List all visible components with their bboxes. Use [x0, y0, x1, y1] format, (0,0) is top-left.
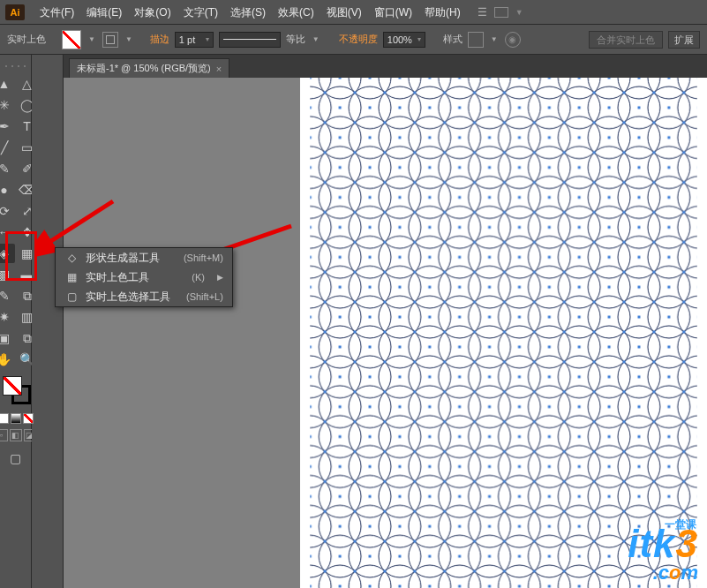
- stroke-weight-value: 1 pt: [179, 34, 195, 45]
- opacity-value: 100%: [387, 34, 412, 45]
- dropdown-caret-icon: ▼: [515, 8, 523, 17]
- svg-rect-10: [310, 78, 696, 588]
- wm-text: m: [681, 562, 698, 584]
- artboard-tool[interactable]: ▣: [0, 328, 15, 348]
- flyout-item-shortcut: (Shift+L): [186, 291, 223, 302]
- app-badge: Ai: [5, 4, 25, 20]
- artwork-pattern: [300, 78, 707, 588]
- flyout-item-shape-builder[interactable]: ◇ 形状生成器工具 (Shift+M): [56, 248, 232, 268]
- caret-icon[interactable]: ▼: [489, 35, 500, 43]
- arrange-windows-icon[interactable]: [494, 7, 508, 18]
- workspace-switch-icon[interactable]: [478, 6, 487, 19]
- menu-bar: Ai 文件(F) 编辑(E) 对象(O) 文字(T) 选择(S) 效果(C) 视…: [0, 0, 707, 25]
- color-mode-gradient[interactable]: [11, 413, 21, 424]
- document-tab[interactable]: 未标题-1* @ 150% (RGB/预览) ×: [69, 58, 229, 78]
- live-paint-selection-icon: ▢: [64, 290, 79, 303]
- flyout-item-label: 实时上色选择工具: [86, 290, 170, 305]
- watermark-zh: 一堂课: [665, 519, 696, 530]
- document-tab-bar: 未标题-1* @ 150% (RGB/预览) ×: [64, 55, 707, 78]
- color-mode-row: [0, 413, 34, 424]
- pen-tool[interactable]: ✒: [0, 117, 15, 136]
- tool-flyout-menu: ◇ 形状生成器工具 (Shift+M) ▦ 实时上色工具 (K) ▶ ▢ 实时上…: [55, 247, 233, 307]
- magic-wand-tool[interactable]: ✳: [0, 95, 15, 115]
- close-icon[interactable]: ×: [216, 64, 222, 74]
- menu-edit[interactable]: 编辑(E): [80, 0, 128, 25]
- menu-extras: ▼: [478, 6, 523, 19]
- current-tool-label: 实时上色: [7, 33, 46, 46]
- color-mode-none[interactable]: [23, 413, 34, 424]
- options-bar: 实时上色 ▼ ▼ 描边 1 pt▾ 等比 ▼ 不透明度 100%▾ 样式 ▼ ◉…: [0, 25, 707, 55]
- flyout-item-label: 形状生成器工具: [86, 251, 168, 266]
- graphic-style-picker[interactable]: [468, 32, 484, 48]
- tools-panel: ▲△ ✳◯ ✒T ╱▭ ✎✐ ●⌫ ⟳⤢ ↔✥ ◈▦ ▩▬ ✎⧉ ✷▥ ▣⧉ ✋…: [0, 55, 32, 588]
- opacity-label: 不透明度: [339, 33, 378, 46]
- draw-normal-button[interactable]: ▫: [0, 429, 8, 441]
- panel-grip-icon[interactable]: [4, 65, 28, 72]
- caret-icon[interactable]: ▼: [86, 35, 97, 43]
- menu-view[interactable]: 视图(V): [320, 0, 368, 25]
- stroke-swatch[interactable]: [102, 32, 118, 48]
- selection-tool[interactable]: ▲: [0, 74, 15, 94]
- menu-type[interactable]: 文字(T): [177, 0, 224, 25]
- opacity-input[interactable]: 100%▾: [383, 32, 425, 48]
- document-area: 未标题-1* @ 150% (RGB/预览) ×: [64, 55, 707, 588]
- menu-help[interactable]: 帮助(H): [418, 0, 467, 25]
- menu-select[interactable]: 选择(S): [224, 0, 272, 25]
- recolor-button[interactable]: ◉: [505, 32, 521, 48]
- rotate-tool[interactable]: ⟳: [0, 201, 15, 221]
- screen-mode-button[interactable]: ▢: [4, 449, 27, 468]
- submenu-arrow-icon: ▶: [217, 273, 223, 282]
- style-label: 样式: [443, 33, 463, 46]
- wm-text: o: [669, 562, 681, 584]
- flyout-item-shortcut: (Shift+M): [184, 253, 223, 263]
- caret-icon[interactable]: ▼: [311, 35, 321, 43]
- menu-object[interactable]: 对象(O): [128, 0, 177, 25]
- draw-behind-button[interactable]: ◧: [10, 429, 22, 441]
- pasteboard: [64, 78, 300, 588]
- flyout-item-label: 实时上色工具: [86, 270, 176, 285]
- fill-stroke-control[interactable]: [3, 376, 29, 403]
- live-paint-bucket-icon: ▦: [64, 271, 79, 283]
- stroke-weight-input[interactable]: 1 pt▾: [175, 32, 214, 48]
- menu-file[interactable]: 文件(F): [34, 0, 80, 25]
- collapsed-panel-dock[interactable]: [32, 55, 64, 588]
- watermark: 一堂课 itk3 .com: [628, 524, 698, 583]
- flyout-item-live-paint-selection[interactable]: ▢ 实时上色选择工具 (Shift+L): [56, 287, 232, 306]
- shape-builder-icon: ◇: [64, 252, 79, 264]
- shape-builder-tool[interactable]: ◈: [0, 244, 15, 263]
- hand-tool[interactable]: ✋: [0, 350, 15, 369]
- workspace: ▲△ ✳◯ ✒T ╱▭ ✎✐ ●⌫ ⟳⤢ ↔✥ ◈▦ ▩▬ ✎⧉ ✷▥ ▣⧉ ✋…: [0, 55, 707, 588]
- color-mode-solid[interactable]: [0, 413, 9, 424]
- caret-icon[interactable]: ▼: [124, 35, 134, 43]
- fill-swatch[interactable]: [62, 30, 81, 49]
- expand-button[interactable]: 扩展: [668, 31, 700, 49]
- blob-brush-tool[interactable]: ●: [0, 180, 15, 200]
- screen-mode-row: ▫ ◧ ◪: [0, 429, 36, 441]
- eyedropper-tool[interactable]: ✎: [0, 286, 15, 305]
- flyout-item-shortcut: (K): [192, 272, 205, 283]
- ratio-label: 等比: [286, 33, 305, 46]
- stroke-label: 描边: [150, 33, 169, 46]
- line-tool[interactable]: ╱: [0, 138, 15, 157]
- menu-effect[interactable]: 效果(C): [272, 0, 320, 25]
- document-tab-title: 未标题-1* @ 150% (RGB/预览): [77, 62, 211, 75]
- merge-live-paint-button[interactable]: 合并实时上色: [589, 31, 663, 49]
- stroke-profile-picker[interactable]: [219, 32, 281, 48]
- flyout-item-live-paint-bucket[interactable]: ▦ 实时上色工具 (K) ▶: [56, 268, 232, 287]
- width-tool[interactable]: ↔: [0, 222, 15, 242]
- canvas[interactable]: [64, 78, 707, 588]
- mesh-tool[interactable]: ▩: [0, 265, 15, 284]
- symbol-sprayer-tool[interactable]: ✷: [0, 307, 15, 327]
- menu-window[interactable]: 窗口(W): [368, 0, 418, 25]
- wm-text: .c: [653, 562, 669, 584]
- paintbrush-tool[interactable]: ✎: [0, 159, 15, 178]
